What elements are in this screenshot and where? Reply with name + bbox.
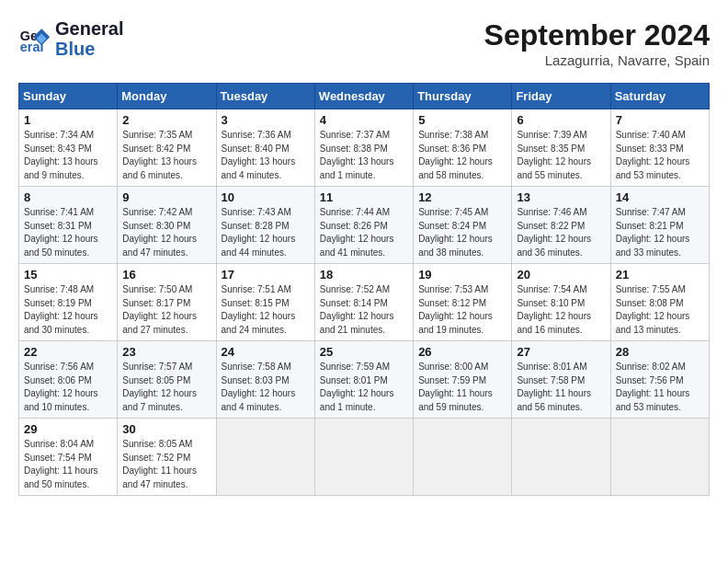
day-number: 14 xyxy=(616,190,704,204)
day-info: Sunrise: 7:40 AM Sunset: 8:33 PM Dayligh… xyxy=(616,129,704,182)
calendar-cell xyxy=(610,419,709,496)
calendar-cell: 30Sunrise: 8:05 AM Sunset: 7:52 PM Dayli… xyxy=(118,419,216,496)
header-thursday: Thursday xyxy=(414,84,512,109)
calendar-cell xyxy=(512,419,610,496)
day-number: 29 xyxy=(24,422,112,436)
day-number: 2 xyxy=(122,113,210,127)
day-info: Sunrise: 8:02 AM Sunset: 7:56 PM Dayligh… xyxy=(616,361,704,414)
day-number: 1 xyxy=(24,113,112,127)
day-info: Sunrise: 7:55 AM Sunset: 8:08 PM Dayligh… xyxy=(616,283,704,337)
day-number: 21 xyxy=(616,268,704,282)
weekday-header-row: Sunday Monday Tuesday Wednesday Thursday… xyxy=(19,84,710,109)
day-number: 9 xyxy=(122,190,210,204)
week-row-5: 29Sunrise: 8:04 AM Sunset: 7:54 PM Dayli… xyxy=(19,419,710,496)
header-monday: Monday xyxy=(118,84,216,109)
calendar-cell xyxy=(314,419,413,496)
calendar-cell: 3Sunrise: 7:36 AM Sunset: 8:40 PM Daylig… xyxy=(216,109,314,187)
calendar-cell: 11Sunrise: 7:44 AM Sunset: 8:26 PM Dayli… xyxy=(314,187,413,264)
day-info: Sunrise: 7:56 AM Sunset: 8:06 PM Dayligh… xyxy=(24,361,112,414)
day-info: Sunrise: 7:39 AM Sunset: 8:35 PM Dayligh… xyxy=(517,129,605,182)
day-number: 16 xyxy=(122,268,210,282)
day-number: 20 xyxy=(517,268,605,282)
day-info: Sunrise: 7:50 AM Sunset: 8:17 PM Dayligh… xyxy=(122,283,210,337)
day-info: Sunrise: 7:59 AM Sunset: 8:01 PM Dayligh… xyxy=(320,361,408,414)
week-row-2: 8Sunrise: 7:41 AM Sunset: 8:31 PM Daylig… xyxy=(19,187,710,264)
calendar-cell: 27Sunrise: 8:01 AM Sunset: 7:58 PM Dayli… xyxy=(512,341,610,419)
calendar-cell: 9Sunrise: 7:42 AM Sunset: 8:30 PM Daylig… xyxy=(118,187,216,264)
week-row-4: 22Sunrise: 7:56 AM Sunset: 8:06 PM Dayli… xyxy=(19,341,710,419)
calendar-cell: 29Sunrise: 8:04 AM Sunset: 7:54 PM Dayli… xyxy=(19,419,118,496)
header-saturday: Saturday xyxy=(610,84,709,109)
day-number: 11 xyxy=(320,190,408,204)
calendar-cell xyxy=(216,419,314,496)
calendar-cell: 21Sunrise: 7:55 AM Sunset: 8:08 PM Dayli… xyxy=(610,264,709,341)
calendar-cell: 26Sunrise: 8:00 AM Sunset: 7:59 PM Dayli… xyxy=(414,341,512,419)
calendar-cell: 19Sunrise: 7:53 AM Sunset: 8:12 PM Dayli… xyxy=(414,264,512,341)
day-number: 12 xyxy=(418,190,506,204)
calendar-cell: 14Sunrise: 7:47 AM Sunset: 8:21 PM Dayli… xyxy=(610,187,709,264)
day-info: Sunrise: 7:36 AM Sunset: 8:40 PM Dayligh… xyxy=(222,129,310,182)
day-info: Sunrise: 8:04 AM Sunset: 7:54 PM Dayligh… xyxy=(24,438,112,491)
calendar-cell: 25Sunrise: 7:59 AM Sunset: 8:01 PM Dayli… xyxy=(314,341,413,419)
day-info: Sunrise: 7:43 AM Sunset: 8:28 PM Dayligh… xyxy=(222,206,310,259)
day-number: 15 xyxy=(24,268,112,282)
day-number: 24 xyxy=(222,345,310,359)
logo-icon: Gen eral xyxy=(18,22,51,55)
day-info: Sunrise: 7:53 AM Sunset: 8:12 PM Dayligh… xyxy=(418,283,506,337)
day-info: Sunrise: 7:54 AM Sunset: 8:10 PM Dayligh… xyxy=(517,283,605,337)
day-info: Sunrise: 8:01 AM Sunset: 7:58 PM Dayligh… xyxy=(517,361,605,414)
header-friday: Friday xyxy=(512,84,610,109)
day-number: 13 xyxy=(517,190,605,204)
calendar-cell: 18Sunrise: 7:52 AM Sunset: 8:14 PM Dayli… xyxy=(314,264,413,341)
logo-text-line1: General xyxy=(55,18,123,39)
day-info: Sunrise: 7:45 AM Sunset: 8:24 PM Dayligh… xyxy=(418,206,506,259)
header-sunday: Sunday xyxy=(19,84,118,109)
day-number: 30 xyxy=(122,422,210,436)
day-info: Sunrise: 7:57 AM Sunset: 8:05 PM Dayligh… xyxy=(122,361,210,414)
month-title: September 2024 xyxy=(484,18,710,52)
logo-text-line2: Blue xyxy=(55,39,123,59)
day-number: 25 xyxy=(320,345,408,359)
day-info: Sunrise: 7:37 AM Sunset: 8:38 PM Dayligh… xyxy=(320,129,408,182)
calendar-cell: 16Sunrise: 7:50 AM Sunset: 8:17 PM Dayli… xyxy=(118,264,216,341)
calendar-cell: 4Sunrise: 7:37 AM Sunset: 8:38 PM Daylig… xyxy=(314,109,413,187)
day-info: Sunrise: 7:51 AM Sunset: 8:15 PM Dayligh… xyxy=(222,283,310,337)
day-number: 8 xyxy=(24,190,112,204)
day-number: 22 xyxy=(24,345,112,359)
calendar-cell: 28Sunrise: 8:02 AM Sunset: 7:56 PM Dayli… xyxy=(610,341,709,419)
calendar-table: Sunday Monday Tuesday Wednesday Thursday… xyxy=(18,83,710,496)
calendar-cell: 7Sunrise: 7:40 AM Sunset: 8:33 PM Daylig… xyxy=(610,109,709,187)
logo: Gen eral General Blue xyxy=(18,18,123,59)
day-number: 5 xyxy=(418,113,506,127)
day-number: 7 xyxy=(616,113,704,127)
location: Lazagurria, Navarre, Spain xyxy=(484,52,710,68)
day-info: Sunrise: 7:58 AM Sunset: 8:03 PM Dayligh… xyxy=(222,361,310,414)
calendar-cell xyxy=(414,419,512,496)
day-number: 19 xyxy=(418,268,506,282)
day-info: Sunrise: 7:38 AM Sunset: 8:36 PM Dayligh… xyxy=(418,129,506,182)
day-info: Sunrise: 7:41 AM Sunset: 8:31 PM Dayligh… xyxy=(24,206,112,259)
calendar-cell: 2Sunrise: 7:35 AM Sunset: 8:42 PM Daylig… xyxy=(118,109,216,187)
calendar-cell: 12Sunrise: 7:45 AM Sunset: 8:24 PM Dayli… xyxy=(414,187,512,264)
calendar-cell: 6Sunrise: 7:39 AM Sunset: 8:35 PM Daylig… xyxy=(512,109,610,187)
day-number: 26 xyxy=(418,345,506,359)
day-info: Sunrise: 7:35 AM Sunset: 8:42 PM Dayligh… xyxy=(122,129,210,182)
day-info: Sunrise: 7:44 AM Sunset: 8:26 PM Dayligh… xyxy=(320,206,408,259)
title-block: September 2024 Lazagurria, Navarre, Spai… xyxy=(484,18,710,68)
calendar-cell: 1Sunrise: 7:34 AM Sunset: 8:43 PM Daylig… xyxy=(19,109,118,187)
calendar-cell: 15Sunrise: 7:48 AM Sunset: 8:19 PM Dayli… xyxy=(19,264,118,341)
day-number: 10 xyxy=(222,190,310,204)
page-header: Gen eral General Blue September 2024 Laz… xyxy=(18,18,710,68)
calendar-cell: 13Sunrise: 7:46 AM Sunset: 8:22 PM Dayli… xyxy=(512,187,610,264)
day-number: 23 xyxy=(122,345,210,359)
calendar-cell: 10Sunrise: 7:43 AM Sunset: 8:28 PM Dayli… xyxy=(216,187,314,264)
calendar-cell: 17Sunrise: 7:51 AM Sunset: 8:15 PM Dayli… xyxy=(216,264,314,341)
week-row-3: 15Sunrise: 7:48 AM Sunset: 8:19 PM Dayli… xyxy=(19,264,710,341)
day-info: Sunrise: 7:52 AM Sunset: 8:14 PM Dayligh… xyxy=(320,283,408,337)
day-number: 18 xyxy=(320,268,408,282)
day-number: 4 xyxy=(320,113,408,127)
calendar-cell: 8Sunrise: 7:41 AM Sunset: 8:31 PM Daylig… xyxy=(19,187,118,264)
day-info: Sunrise: 7:42 AM Sunset: 8:30 PM Dayligh… xyxy=(122,206,210,259)
day-info: Sunrise: 7:47 AM Sunset: 8:21 PM Dayligh… xyxy=(616,206,704,259)
day-info: Sunrise: 8:05 AM Sunset: 7:52 PM Dayligh… xyxy=(122,438,210,491)
